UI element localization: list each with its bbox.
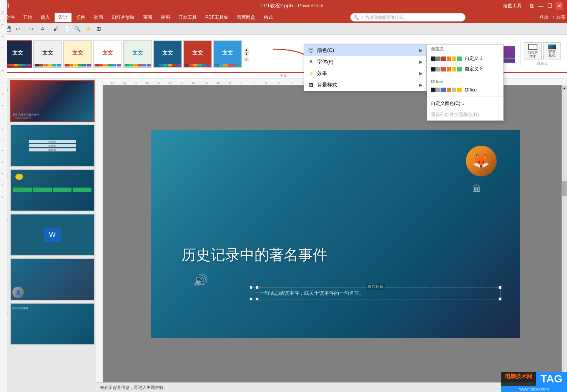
menu-pdf[interactable]: PDF工具集 bbox=[201, 13, 232, 22]
menu-transition[interactable]: 切换 bbox=[72, 13, 89, 22]
undo-btn[interactable]: ↩ bbox=[14, 25, 22, 33]
menu-review[interactable]: 审阅 bbox=[139, 13, 156, 22]
right-scrollbar[interactable]: ▲ ▼ bbox=[562, 85, 567, 382]
submenu-header-custom: 自定义 bbox=[427, 45, 503, 53]
slide-thumb-3[interactable]: W bbox=[10, 214, 95, 256]
svg-text:10: 10 bbox=[216, 81, 220, 85]
close-btn[interactable]: ✕ bbox=[555, 2, 563, 10]
ruler-corner bbox=[96, 78, 103, 85]
theme-thumb-4[interactable]: 文文 bbox=[93, 40, 122, 68]
new-slide-btn[interactable]: 📄 bbox=[62, 25, 71, 33]
svg-text:4: 4 bbox=[291, 81, 293, 85]
ruler-vertical: 10 9 8 7 6 5 4 3 2 1 0 -1 -2 bbox=[96, 85, 103, 382]
menu-design[interactable]: 设计 bbox=[55, 13, 71, 22]
slide-thumb-2[interactable] bbox=[10, 169, 95, 211]
reset-colors-action[interactable]: 重设幻灯片主题颜色(R) bbox=[427, 109, 503, 120]
align-btn[interactable]: ⚡ bbox=[84, 25, 92, 33]
search-placeholder: ♀ 告诉我您想要做什么... bbox=[361, 15, 406, 20]
minimize-btn[interactable]: — bbox=[537, 2, 545, 10]
format-painter-btn[interactable]: 🖌 bbox=[52, 25, 60, 33]
slide-item-2[interactable]: 2★ bbox=[2, 169, 95, 211]
restore-btn[interactable]: ❐ bbox=[546, 2, 554, 10]
custom-2-swatches bbox=[431, 67, 462, 71]
ctx-effect-label: 效果 bbox=[317, 70, 327, 77]
background-icon: 🖼 bbox=[308, 82, 314, 88]
slide-item-1[interactable]: 1 公司简介 产品介绍 案例内容 bbox=[2, 125, 95, 167]
menu-insert[interactable]: 插入 bbox=[37, 13, 54, 22]
svg-text:13: 13 bbox=[180, 81, 183, 85]
svg-text:8: 8 bbox=[241, 81, 243, 85]
slide-thumb-0[interactable]: 历史记录中的著名事件 一句话总结该事件... bbox=[10, 80, 95, 122]
svg-point-41 bbox=[311, 49, 313, 50]
office-color-option[interactable]: Office bbox=[427, 85, 503, 95]
custom-color-1[interactable]: 自定义 1 bbox=[427, 53, 503, 64]
theme-scroll-up[interactable]: ▲ bbox=[244, 48, 249, 51]
slide-item-0[interactable]: 0 历史记录中的著名事件 一句话总结该事件... bbox=[2, 80, 95, 122]
ctx-background-item[interactable]: 🖼 背景样式 ▶ bbox=[304, 79, 426, 91]
share-btn[interactable]: ♀ 共享 bbox=[552, 14, 565, 21]
theme-thumb-1[interactable]: 文文 bbox=[3, 40, 32, 68]
slide-title-text[interactable]: 历史记录中的著名事件 bbox=[181, 245, 328, 265]
slide-item-3[interactable]: 3★ W bbox=[2, 214, 95, 256]
svg-point-39 bbox=[309, 48, 313, 53]
menu-format[interactable]: 格式 bbox=[260, 13, 277, 22]
svg-text:7: 7 bbox=[253, 81, 255, 85]
svg-point-42 bbox=[311, 51, 312, 52]
slide-sound-icon[interactable]: 🔊 bbox=[193, 273, 208, 288]
slide-item-5[interactable]: 5 此处照片的标题 bbox=[2, 303, 95, 345]
menu-view[interactable]: 视图 bbox=[157, 13, 174, 22]
ctx-effect-item[interactable]: ✨ 效果 ▶ bbox=[304, 68, 426, 79]
office-swatches bbox=[431, 88, 462, 92]
svg-text:5: 5 bbox=[278, 81, 280, 85]
print-btn[interactable]: 🖨 bbox=[38, 25, 47, 33]
status-bar: 先介绍背景信息，再进入主题讲解。 bbox=[96, 382, 567, 392]
svg-text:6: 6 bbox=[265, 81, 267, 85]
subtitle-selection-dots: • 一句话总结该事件，或关于该事件的一句名言。 bbox=[256, 290, 496, 297]
slide-thumb-4[interactable]: 👤 bbox=[10, 258, 95, 301]
slide-subtitle-box[interactable]: 事件标题 • 一句话总结该事件，或关于该事件的一句名言。 bbox=[251, 287, 500, 299]
color-submenu: 自定义 自定义 1 自定义 2 bbox=[427, 44, 504, 121]
menu-home[interactable]: 开始 bbox=[19, 13, 36, 22]
slide-thumb-1[interactable]: 公司简介 产品介绍 案例内容 bbox=[10, 125, 95, 167]
background-format-btn[interactable]: 背景格式 bbox=[543, 42, 561, 60]
ctx-effect-arrow: ▶ bbox=[419, 71, 422, 76]
menu-animation[interactable]: 动画 bbox=[90, 13, 107, 22]
ctx-color-item[interactable]: 颜色(C) ▶ bbox=[304, 45, 426, 56]
theme-thumb-3[interactable]: 文文 bbox=[63, 40, 92, 68]
slide-body-text: 一句话总结该事件，或关于该事件的一句名言。 bbox=[259, 290, 364, 297]
theme-more[interactable]: ≡ bbox=[244, 57, 249, 61]
custom-color-2[interactable]: 自定义 2 bbox=[427, 64, 503, 74]
ctx-font-item[interactable]: A 字体(F) ▶ bbox=[304, 56, 426, 68]
menu-slideshow[interactable]: 幻灯片放映 bbox=[108, 13, 138, 22]
box-btn[interactable]: ⧉ bbox=[528, 2, 535, 10]
group-btn[interactable]: ⊞ bbox=[95, 25, 103, 33]
custom-1-swatches bbox=[431, 56, 462, 61]
submenu-office-header: Office bbox=[427, 78, 503, 85]
ctx-font-label: 字体(F) bbox=[317, 58, 334, 65]
slide-thumb-5[interactable]: 此处照片的标题 bbox=[10, 303, 95, 345]
svg-text:17: 17 bbox=[134, 81, 137, 85]
theme-scroll-down[interactable]: ▼ bbox=[244, 52, 249, 56]
qa-separator bbox=[25, 26, 25, 32]
ctx-background-arrow: ▶ bbox=[419, 82, 422, 88]
menu-baidu[interactable]: 百度网盘 bbox=[233, 13, 259, 22]
search-bar[interactable]: 🔍 ♀ 告诉我您想要做什么... bbox=[350, 13, 466, 22]
theme-thumb-8[interactable]: 文文 bbox=[213, 40, 242, 68]
slide-item-4[interactable]: 4 👤 bbox=[2, 258, 95, 301]
theme-thumb-5[interactable]: 文文 bbox=[123, 40, 152, 68]
customize-colors-action[interactable]: 自定义颜色(C)... bbox=[427, 98, 503, 109]
theme-thumb-2[interactable]: 文文 bbox=[33, 40, 62, 68]
theme-thumb-7[interactable]: 文文 bbox=[183, 40, 212, 68]
ctx-color-arrow: ▶ bbox=[419, 48, 422, 53]
watermark-tag: TAG bbox=[536, 372, 567, 386]
login-btn[interactable]: 登录 bbox=[539, 14, 549, 21]
menu-developer[interactable]: 开发工具 bbox=[175, 13, 201, 22]
font-icon: A bbox=[308, 59, 314, 65]
slide-decoration: 🏛 bbox=[473, 184, 481, 194]
redo-btn[interactable]: ↪ bbox=[27, 25, 36, 33]
slide-size-btn[interactable]: 幻灯片大小 bbox=[524, 42, 542, 60]
slide-canvas[interactable]: 🦊 🏛 历史记录中的著名事件 事件标题 • bbox=[151, 130, 520, 338]
zoom-btn[interactable]: 🔍 bbox=[73, 25, 81, 33]
theme-thumb-6[interactable]: 文文 bbox=[153, 40, 182, 68]
svg-text:12: 12 bbox=[191, 81, 195, 85]
